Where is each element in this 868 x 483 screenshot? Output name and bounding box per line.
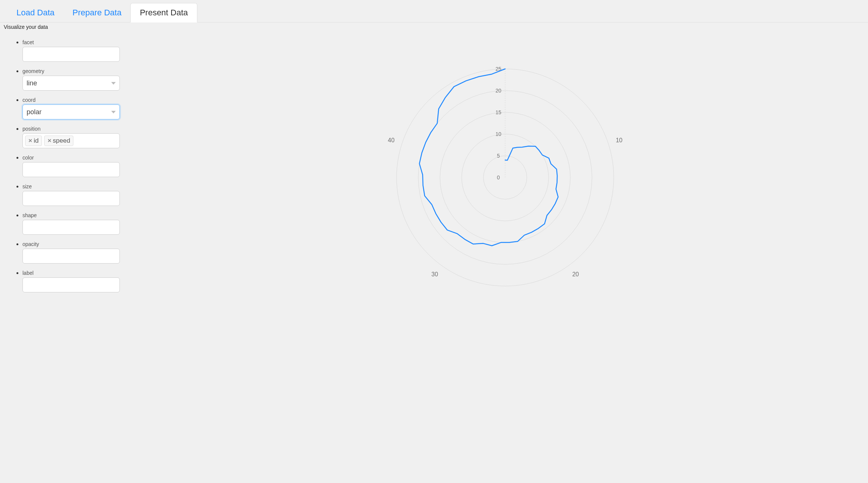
control-label-geometry: geometry <box>22 68 131 74</box>
geometry-select[interactable]: line <box>22 76 120 91</box>
color-input[interactable] <box>22 162 120 177</box>
angular-tick-label: 20 <box>572 271 579 277</box>
opacity-input[interactable] <box>22 249 120 264</box>
main-area: facetgeometrylinecoordpolarposition×id×s… <box>0 31 868 312</box>
chevron-down-icon <box>111 82 116 85</box>
coord-select[interactable]: polar <box>22 104 120 119</box>
control-facet: facet <box>22 39 131 62</box>
page-subtitle: Visualize your data <box>0 22 868 31</box>
facet-input[interactable] <box>22 47 120 62</box>
geometry-select-value: line <box>27 79 37 87</box>
control-coord: coordpolar <box>22 97 131 119</box>
radial-tick-label: 20 <box>495 88 501 94</box>
control-label-size: size <box>22 183 131 189</box>
control-label-color: color <box>22 155 131 161</box>
chevron-down-icon <box>111 111 116 113</box>
tag-label: id <box>34 137 39 145</box>
control-position: position×id×speed <box>22 125 131 148</box>
tabs-bar: Load DataPrepare DataPresent Data <box>0 0 868 22</box>
angular-tick-label: 30 <box>431 271 438 277</box>
polar-line-chart: 051015202510203040 <box>370 43 640 305</box>
radial-tick-label: 0 <box>497 174 500 180</box>
tag-id[interactable]: ×id <box>25 136 42 146</box>
control-size: size <box>22 183 131 206</box>
control-label-opacity: opacity <box>22 241 131 247</box>
shape-input[interactable] <box>22 220 120 235</box>
radial-tick-label: 15 <box>495 109 501 115</box>
control-label-coord: coord <box>22 97 131 103</box>
control-opacity: opacity <box>22 241 131 264</box>
label-input[interactable] <box>22 277 120 292</box>
size-input[interactable] <box>22 191 120 206</box>
control-label-facet: facet <box>22 39 131 45</box>
control-label: label <box>22 270 131 292</box>
radial-tick-label: 10 <box>495 131 501 137</box>
tag-speed[interactable]: ×speed <box>44 136 73 146</box>
position-tags-input[interactable]: ×id×speed <box>22 133 120 148</box>
tag-label: speed <box>53 137 70 145</box>
control-label-position: position <box>22 126 131 132</box>
remove-tag-icon[interactable]: × <box>48 137 51 145</box>
angular-tick-label: 10 <box>616 137 622 143</box>
angular-tick-label: 40 <box>388 137 395 143</box>
controls-panel: facetgeometrylinecoordpolarposition×id×s… <box>4 39 131 298</box>
series-line <box>419 69 558 246</box>
tab-prepare-data[interactable]: Prepare Data <box>64 3 131 22</box>
control-shape: shape <box>22 212 131 235</box>
control-geometry: geometryline <box>22 68 131 91</box>
radial-tick-label: 5 <box>497 153 500 159</box>
tab-load-data[interactable]: Load Data <box>7 3 64 22</box>
remove-tag-icon[interactable]: × <box>28 137 32 145</box>
tab-present-data[interactable]: Present Data <box>130 3 197 22</box>
coord-select-value: polar <box>27 108 42 116</box>
control-label-shape: shape <box>22 212 131 218</box>
control-color: color <box>22 154 131 177</box>
control-label-label: label <box>22 270 131 276</box>
chart-container: 051015202510203040 <box>146 39 864 305</box>
